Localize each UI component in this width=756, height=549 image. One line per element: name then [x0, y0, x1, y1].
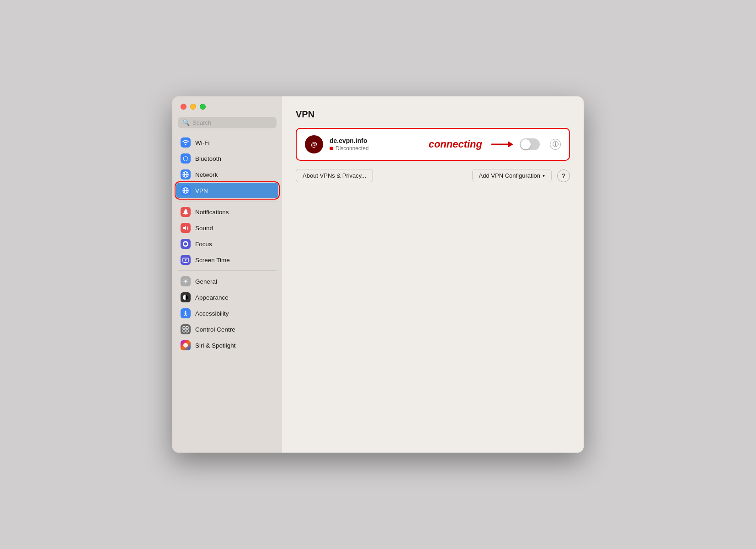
- sidebar-item-screentime[interactable]: Screen Time: [176, 252, 278, 268]
- sidebar-item-appearance-label: Appearance: [195, 294, 229, 301]
- sidebar-item-general-label: General: [195, 278, 217, 285]
- sidebar-item-notifications-label: Notifications: [195, 209, 229, 216]
- about-vpns-button[interactable]: About VPNs & Privacy...: [296, 169, 373, 182]
- sidebar-divider-1: [178, 201, 277, 201]
- svg-point-11: [185, 280, 187, 283]
- status-dot: [330, 147, 333, 150]
- svg-rect-23: [186, 330, 188, 332]
- vpn-name: de.evpn.info: [330, 137, 422, 144]
- general-icon: [181, 276, 191, 286]
- search-icon: 🔍: [182, 119, 190, 126]
- sidebar-divider-2: [178, 270, 277, 271]
- add-vpn-label: Add VPN Configuration: [479, 172, 540, 179]
- svg-marker-6: [183, 226, 186, 230]
- notifications-icon: [181, 207, 191, 217]
- svg-line-19: [186, 314, 187, 316]
- add-vpn-button[interactable]: Add VPN Configuration ▾: [472, 169, 552, 182]
- sidebar-item-notifications[interactable]: Notifications: [176, 204, 278, 220]
- sidebar-network-section: Wi-Fi ⬡ Bluetooth Network: [172, 135, 282, 198]
- svg-rect-21: [186, 327, 188, 329]
- network-icon: [181, 169, 191, 179]
- sound-icon: [181, 223, 191, 233]
- sidebar-system-section: Notifications Sound Focus: [172, 204, 282, 268]
- toggle-knob: [521, 139, 531, 149]
- wifi-icon: [181, 137, 191, 148]
- chevron-down-icon: ▾: [543, 173, 545, 178]
- page-title: VPN: [296, 109, 570, 120]
- accessibility-icon: [181, 308, 191, 318]
- sidebar-item-bluetooth[interactable]: ⬡ Bluetooth: [176, 151, 278, 166]
- sidebar-item-controlcentre-label: Control Centre: [195, 326, 235, 333]
- sidebar-item-controlcentre[interactable]: Control Centre: [176, 322, 278, 337]
- sidebar-item-general[interactable]: General: [176, 274, 278, 289]
- sidebar-item-screentime-label: Screen Time: [195, 257, 230, 264]
- vpn-info-button[interactable]: ⓘ: [550, 139, 561, 150]
- sidebar-item-network[interactable]: Network: [176, 167, 278, 182]
- sidebar-item-network-label: Network: [195, 171, 218, 178]
- traffic-lights: [172, 104, 282, 117]
- sidebar-item-bluetooth-label: Bluetooth: [195, 155, 221, 162]
- svg-rect-22: [183, 330, 185, 332]
- sidebar-item-appearance[interactable]: Appearance: [176, 290, 278, 305]
- help-button[interactable]: ?: [557, 169, 570, 182]
- vpn-actions: About VPNs & Privacy... Add VPN Configur…: [296, 169, 570, 182]
- sidebar-item-vpn[interactable]: VPN: [176, 183, 278, 198]
- close-button[interactable]: [181, 104, 186, 110]
- svg-text:@: @: [311, 141, 317, 148]
- sidebar-item-vpn-label: VPN: [195, 187, 208, 194]
- controlcentre-icon: [181, 324, 191, 334]
- sidebar-preferences-section: General Appearance: [172, 274, 282, 353]
- connecting-label: connecting: [429, 138, 482, 150]
- svg-point-24: [183, 343, 188, 348]
- sidebar-item-wifi-label: Wi-Fi: [195, 139, 209, 146]
- red-arrow: [490, 139, 513, 149]
- svg-rect-20: [183, 327, 185, 329]
- appearance-icon: [181, 292, 191, 302]
- sidebar-item-sound[interactable]: Sound: [176, 220, 278, 236]
- vpn-toggle[interactable]: [520, 138, 540, 150]
- sidebar-item-sound-label: Sound: [195, 225, 213, 232]
- sidebar: 🔍 Search Wi-Fi ⬡ Bluetooth: [172, 96, 282, 453]
- sidebar-item-siri[interactable]: Siri & Spotlight: [176, 338, 278, 353]
- minimize-button[interactable]: [190, 104, 196, 110]
- vpn-icon: [181, 185, 191, 195]
- maximize-button[interactable]: [200, 104, 206, 110]
- vpn-status: Disconnected: [330, 145, 422, 152]
- focus-icon: [181, 239, 191, 249]
- sidebar-item-focus[interactable]: Focus: [176, 236, 278, 252]
- main-window: 🔍 Search Wi-Fi ⬡ Bluetooth: [172, 96, 584, 453]
- info-icon: ⓘ: [553, 140, 559, 148]
- search-placeholder: Search: [192, 119, 272, 126]
- sidebar-item-focus-label: Focus: [195, 241, 212, 248]
- sidebar-item-accessibility[interactable]: Accessibility: [176, 306, 278, 321]
- vpn-status-label: Disconnected: [335, 145, 369, 152]
- sidebar-item-siri-label: Siri & Spotlight: [195, 342, 236, 349]
- sidebar-item-wifi[interactable]: Wi-Fi: [176, 135, 278, 150]
- siri-icon: [181, 340, 191, 350]
- screentime-icon: [181, 255, 191, 265]
- main-content: VPN @ de.evpn.info Disconnected connecti…: [282, 96, 584, 453]
- bluetooth-icon: ⬡: [181, 153, 191, 164]
- search-bar[interactable]: 🔍 Search: [178, 117, 277, 128]
- svg-marker-28: [508, 141, 513, 148]
- vpn-card: @ de.evpn.info Disconnected connecting: [296, 128, 570, 161]
- vpn-info: de.evpn.info Disconnected: [330, 137, 422, 152]
- svg-point-15: [185, 311, 186, 312]
- sidebar-item-accessibility-label: Accessibility: [195, 310, 229, 317]
- vpn-logo: @: [305, 135, 323, 153]
